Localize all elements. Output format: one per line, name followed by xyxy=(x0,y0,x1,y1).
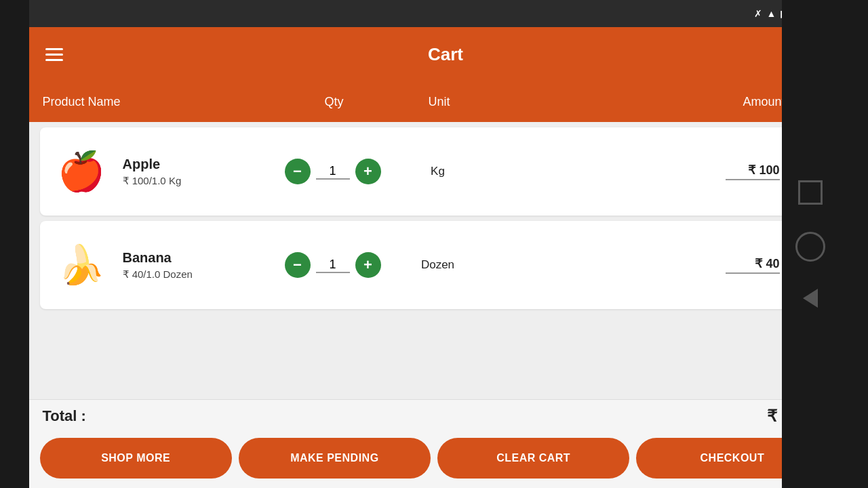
banana-amount: ₹ 40 xyxy=(726,256,780,274)
bottom-buttons: SHOP MORE MAKE PENDING CLEAR CART CHECKO… xyxy=(29,432,840,488)
banana-unit: Dozen xyxy=(394,258,482,272)
home-button[interactable] xyxy=(795,232,825,262)
apple-decrease-button[interactable] xyxy=(285,159,311,184)
banana-increase-button[interactable] xyxy=(355,252,381,278)
shop-more-button[interactable]: SHOP MORE xyxy=(40,438,232,479)
phone-nav-panel xyxy=(782,0,840,488)
apple-qty-input[interactable] xyxy=(316,164,350,180)
col-header-amount: Amount xyxy=(484,95,826,109)
banana-qty-controls xyxy=(272,252,394,278)
menu-button[interactable] xyxy=(43,45,66,64)
clear-cart-button[interactable]: CLEAR CART xyxy=(437,438,629,479)
apple-qty-controls xyxy=(272,159,394,184)
banana-price: ₹ 40/1.0 Dozen xyxy=(123,268,272,281)
total-label: Total : xyxy=(43,407,86,425)
wifi-icon: ▲ xyxy=(766,8,776,19)
apple-info: Apple ₹ 100/1.0 Kg xyxy=(123,157,272,187)
banana-info: Banana ₹ 40/1.0 Dozen xyxy=(123,250,272,281)
banana-amount-col: ₹ 40 🗑 xyxy=(482,251,818,279)
apple-unit: Kg xyxy=(394,165,482,178)
col-header-qty: Qty xyxy=(273,95,395,109)
table-row: 🍎 Apple ₹ 100/1.0 Kg Kg ₹ 100 🗑 xyxy=(40,127,829,216)
banana-qty-input[interactable] xyxy=(316,258,350,273)
apple-image: 🍎 xyxy=(51,141,112,202)
total-amount: ₹ 140/- xyxy=(86,407,826,426)
bluetooth-icon: ✗ xyxy=(754,8,762,19)
cart-items-list: 🍎 Apple ₹ 100/1.0 Kg Kg ₹ 100 🗑 🍌 Banana… xyxy=(29,122,840,399)
apple-increase-button[interactable] xyxy=(355,159,381,184)
apple-amount-col: ₹ 100 🗑 xyxy=(482,158,818,185)
banana-name: Banana xyxy=(123,250,272,266)
table-header: Product Name Qty Unit Amount xyxy=(29,81,840,122)
apple-name: Apple xyxy=(123,157,272,172)
col-header-unit: Unit xyxy=(395,95,484,109)
banana-image: 🍌 xyxy=(51,235,112,296)
col-header-product: Product Name xyxy=(43,95,273,109)
total-row: Total : ₹ 140/- xyxy=(29,399,840,432)
make-pending-button[interactable]: MAKE PENDING xyxy=(239,438,431,479)
header-title: Cart xyxy=(66,44,826,65)
banana-decrease-button[interactable] xyxy=(285,252,311,278)
status-bar: ✗ ▲ ▮ ▮ ▮ 2:51 xyxy=(29,0,840,27)
table-row: 🍌 Banana ₹ 40/1.0 Dozen Dozen ₹ 40 🗑 xyxy=(40,221,829,309)
apple-amount: ₹ 100 xyxy=(726,163,780,180)
recent-apps-button[interactable] xyxy=(798,180,823,205)
app-header: Cart xyxy=(29,27,840,81)
apple-price: ₹ 100/1.0 Kg xyxy=(123,175,272,187)
back-button[interactable] xyxy=(803,289,818,308)
